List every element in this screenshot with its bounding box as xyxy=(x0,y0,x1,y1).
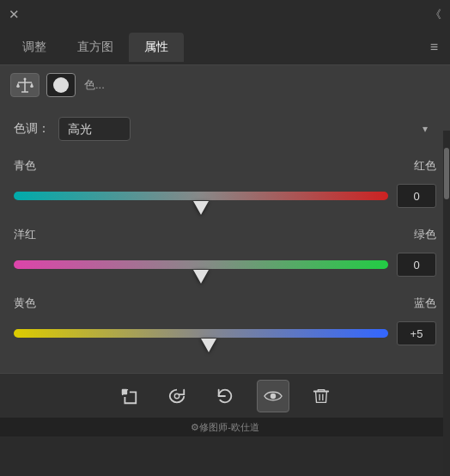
tab-menu-icon[interactable]: ≡ xyxy=(425,36,443,58)
scrollbar[interactable] xyxy=(443,131,450,476)
reset-btn[interactable] xyxy=(209,380,241,412)
toolbar-row: 色... xyxy=(0,65,450,105)
yellow-blue-header: 黄色 蓝色 xyxy=(14,296,436,311)
magenta-green-track-wrap[interactable] xyxy=(14,249,388,280)
red-label: 红色 xyxy=(414,158,436,174)
tab-adjust[interactable]: 调整 xyxy=(7,33,62,62)
cyan-red-track-wrap[interactable] xyxy=(14,180,388,211)
green-label: 绿色 xyxy=(414,227,436,242)
tone-row: 色调： 阴影 中间调 高光 xyxy=(14,117,436,141)
tab-bar: 调整 直方图 属性 ≡ xyxy=(0,29,450,65)
main-wrapper: 色... 色调： 阴影 中间调 高光 青色 红色 xyxy=(0,65,450,436)
collapse-icon[interactable]: 《 xyxy=(430,7,441,22)
balance-tool-btn[interactable] xyxy=(10,73,40,97)
tone-label: 色调： xyxy=(14,121,50,137)
magenta-green-value[interactable]: 0 xyxy=(397,253,436,277)
magenta-green-section: 洋红 绿色 0 xyxy=(14,227,436,280)
color-label: 色... xyxy=(84,77,105,93)
magenta-green-header: 洋红 绿色 xyxy=(14,227,436,242)
tab-properties[interactable]: 属性 xyxy=(129,33,184,62)
tab-histogram[interactable]: 直方图 xyxy=(62,33,129,62)
content-area: 色调： 阴影 中间调 高光 青色 红色 xyxy=(0,105,450,373)
yellow-blue-section: 黄色 蓝色 +5 xyxy=(14,296,436,349)
bottom-toolbar xyxy=(0,373,450,418)
cyan-red-section: 青色 红色 0 xyxy=(14,158,436,211)
magenta-label: 洋红 xyxy=(14,227,36,242)
yellow-blue-row: +5 xyxy=(14,318,436,349)
history-back-btn[interactable] xyxy=(112,380,145,412)
visibility-btn[interactable] xyxy=(257,380,289,412)
svg-point-5 xyxy=(174,394,179,399)
cyan-red-track xyxy=(14,192,388,200)
close-icon[interactable]: ✕ xyxy=(9,7,20,22)
blue-label: 蓝色 xyxy=(414,296,436,311)
yellow-blue-track xyxy=(14,329,388,338)
cyan-red-row: 0 xyxy=(14,180,436,211)
yellow-blue-thumb[interactable] xyxy=(201,339,216,352)
delete-btn[interactable] xyxy=(305,380,338,412)
svg-point-6 xyxy=(271,393,276,398)
yellow-blue-track-wrap[interactable] xyxy=(14,318,388,349)
scrollbar-thumb[interactable] xyxy=(444,148,449,199)
watermark: ⚙修图师-欧仕道 xyxy=(0,418,450,436)
magenta-green-row: 0 xyxy=(14,249,436,280)
cyan-red-thumb[interactable] xyxy=(193,201,209,215)
cyan-red-header: 青色 红色 xyxy=(14,158,436,174)
tone-select-wrap[interactable]: 阴影 中间调 高光 xyxy=(58,117,436,141)
cyan-red-value[interactable]: 0 xyxy=(397,184,436,208)
magenta-green-thumb[interactable] xyxy=(193,270,209,284)
cyan-label: 青色 xyxy=(14,158,36,174)
yellow-label: 黄色 xyxy=(14,296,36,311)
magenta-green-track xyxy=(14,260,388,269)
circle-tool-btn[interactable] xyxy=(46,73,76,97)
yellow-blue-value[interactable]: +5 xyxy=(397,321,436,345)
eye-rotate-btn[interactable] xyxy=(161,380,193,412)
tone-select[interactable]: 阴影 中间调 高光 xyxy=(58,117,131,141)
title-bar: ✕ 《 xyxy=(0,0,450,29)
